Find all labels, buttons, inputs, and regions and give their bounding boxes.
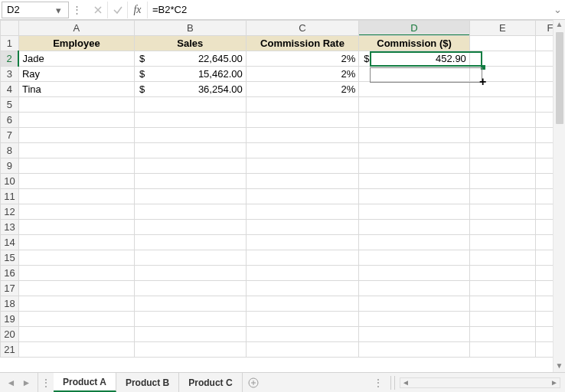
row-header-20[interactable]: 20 — [1, 327, 19, 342]
cell-A11[interactable] — [18, 189, 134, 204]
hscroll-right-button[interactable]: ► — [549, 378, 560, 387]
cell-D7[interactable] — [359, 128, 470, 143]
row-header-5[interactable]: 5 — [1, 97, 19, 113]
cell-B12[interactable] — [134, 204, 246, 220]
cell-D12[interactable] — [359, 204, 470, 220]
cell-C19[interactable] — [246, 312, 358, 327]
name-box-dropdown-icon[interactable]: ▾ — [56, 5, 67, 15]
cell-E19[interactable] — [469, 312, 535, 327]
cell-B19[interactable] — [134, 312, 246, 327]
cell-D19[interactable] — [359, 312, 470, 327]
cell-E18[interactable] — [469, 296, 535, 312]
row-header-18[interactable]: 18 — [1, 296, 19, 312]
cell-B8[interactable] — [134, 143, 246, 158]
cell-B9[interactable] — [134, 158, 246, 174]
cell-D15[interactable] — [359, 250, 470, 266]
cell-B21[interactable] — [134, 342, 246, 358]
select-all-corner[interactable] — [1, 21, 19, 36]
cell-E6[interactable] — [469, 113, 535, 128]
formula-bar-expand-icon[interactable]: ⌄ — [550, 4, 565, 15]
cell-A2[interactable]: Jade — [18, 51, 134, 67]
cell-D13[interactable] — [359, 220, 470, 235]
row-header-13[interactable]: 13 — [1, 220, 19, 235]
cell-C18[interactable] — [246, 296, 358, 312]
cell-E10[interactable] — [469, 174, 535, 189]
cell-B14[interactable] — [134, 235, 246, 250]
cell-A7[interactable] — [18, 128, 134, 143]
cell-A15[interactable] — [18, 250, 134, 266]
cell-A19[interactable] — [18, 312, 134, 327]
cell-A4[interactable]: Tina — [18, 82, 134, 97]
insert-function-button[interactable]: fx — [128, 2, 148, 18]
cell-D21[interactable] — [359, 342, 470, 358]
cell-B1[interactable]: Sales — [134, 36, 246, 51]
row-header-12[interactable]: 12 — [1, 204, 19, 220]
cell-E3[interactable] — [469, 67, 535, 82]
row-header-10[interactable]: 10 — [1, 174, 19, 189]
column-header-C[interactable]: C — [246, 21, 358, 36]
row-header-16[interactable]: 16 — [1, 266, 19, 281]
cell-C5[interactable] — [246, 97, 358, 113]
cell-E2[interactable] — [469, 51, 535, 67]
tab-scroll-splitter[interactable] — [390, 376, 395, 390]
cell-B6[interactable] — [134, 113, 246, 128]
cell-B15[interactable] — [134, 250, 246, 266]
row-header-17[interactable]: 17 — [1, 281, 19, 296]
cell-B3[interactable]: $15,462.00 — [134, 67, 246, 82]
column-header-A[interactable]: A — [18, 21, 134, 36]
cell-A13[interactable] — [18, 220, 134, 235]
cell-D10[interactable] — [359, 174, 470, 189]
cell-B17[interactable] — [134, 281, 246, 296]
cell-B11[interactable] — [134, 189, 246, 204]
scroll-up-button[interactable]: ▲ — [554, 20, 565, 31]
row-header-9[interactable]: 9 — [1, 158, 19, 174]
cell-A5[interactable] — [18, 97, 134, 113]
cell-B5[interactable] — [134, 97, 246, 113]
scroll-down-button[interactable]: ▼ — [554, 361, 565, 372]
vertical-scroll-thumb[interactable] — [556, 32, 563, 124]
cell-C6[interactable] — [246, 113, 358, 128]
row-header-8[interactable]: 8 — [1, 143, 19, 158]
cell-C15[interactable] — [246, 250, 358, 266]
cell-E12[interactable] — [469, 204, 535, 220]
cell-A10[interactable] — [18, 174, 134, 189]
formula-input[interactable]: =B2*C2 — [148, 2, 550, 18]
cell-E17[interactable] — [469, 281, 535, 296]
cell-B16[interactable] — [134, 266, 246, 281]
cell-D8[interactable] — [359, 143, 470, 158]
cell-D3[interactable] — [359, 67, 470, 82]
cell-D1[interactable]: Commission ($) — [359, 36, 470, 51]
vertical-scrollbar[interactable]: ▲ ▼ — [553, 20, 565, 372]
cell-B7[interactable] — [134, 128, 246, 143]
cell-C11[interactable] — [246, 189, 358, 204]
cell-D14[interactable] — [359, 235, 470, 250]
fill-handle[interactable] — [481, 65, 485, 70]
cell-B4[interactable]: $36,254.00 — [134, 82, 246, 97]
cell-C1[interactable]: Commission Rate — [246, 36, 358, 51]
cell-C16[interactable] — [246, 266, 358, 281]
row-header-2[interactable]: 2 — [1, 51, 19, 67]
horizontal-scrollbar[interactable]: ◄ ► — [400, 377, 560, 388]
sheet-tab-product-b[interactable]: Product B — [116, 373, 179, 392]
cell-B2[interactable]: $22,645.00 — [134, 51, 246, 67]
cell-A6[interactable] — [18, 113, 134, 128]
cell-C21[interactable] — [246, 342, 358, 358]
row-header-4[interactable]: 4 — [1, 82, 19, 97]
cell-A1[interactable]: Employee — [18, 36, 134, 51]
new-sheet-button[interactable] — [243, 377, 264, 388]
cell-E21[interactable] — [469, 342, 535, 358]
cell-D4[interactable] — [359, 82, 470, 97]
row-header-1[interactable]: 1 — [1, 36, 19, 51]
cell-D5[interactable] — [359, 97, 470, 113]
cell-A16[interactable] — [18, 266, 134, 281]
name-box[interactable]: D2 ▾ — [2, 2, 69, 18]
cell-E13[interactable] — [469, 220, 535, 235]
cell-B20[interactable] — [134, 327, 246, 342]
cell-C9[interactable] — [246, 158, 358, 174]
cell-A14[interactable] — [18, 235, 134, 250]
tab-nav-arrows[interactable]: ◄ ► — [0, 373, 38, 392]
row-header-19[interactable]: 19 — [1, 312, 19, 327]
cell-A9[interactable] — [18, 158, 134, 174]
cell-A18[interactable] — [18, 296, 134, 312]
row-header-6[interactable]: 6 — [1, 113, 19, 128]
